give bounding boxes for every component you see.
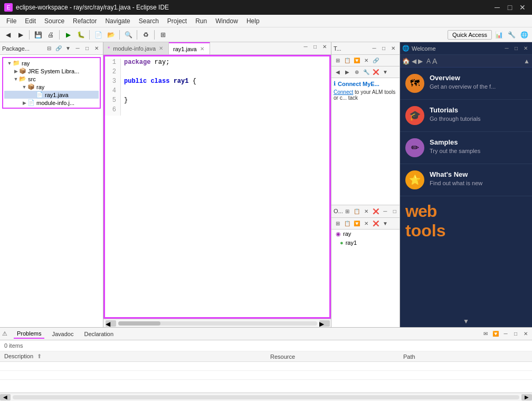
bottom-new-msg-icon[interactable]: ✉ [481,330,490,338]
tree-item-jre[interactable]: ▶ 📦 JRE System Libra... [4,67,99,75]
toolbar-run[interactable]: ▶ [62,29,74,41]
welcome-scroll-up[interactable]: ▲ [524,58,530,65]
toolbar-perspectives-3[interactable]: 🌐 [518,29,530,41]
task-icon-6[interactable]: ◀ [334,68,342,77]
welcome-item-overview[interactable]: 🗺 Overview Get an overview of the f... [400,68,532,100]
task-icon-3[interactable]: 🔽 [353,56,361,65]
bottom-scroll-track[interactable] [13,395,519,399]
outline-icon-6[interactable]: □ [391,207,399,215]
welcome-item-whatsnew[interactable]: ⭐ What's New Find out what is new [400,164,532,196]
menu-navigate[interactable]: Navigate [101,16,134,26]
maximize-button[interactable]: □ [505,2,515,13]
bottom-horizontal-scroll[interactable]: ◀ ▶ [0,393,532,401]
editor-minimize[interactable]: ─ [301,42,310,51]
task-icon-8[interactable]: ⊕ [353,68,361,77]
h-scroll-thumb[interactable] [118,321,160,326]
menu-run[interactable]: Run [191,16,211,26]
tab-declaration[interactable]: Declaration [81,330,117,338]
welcome-item-samples[interactable]: ✏ Samples Try out the samples [400,132,532,164]
scroll-right-btn[interactable]: ▶ [319,320,330,327]
tree-item-ray-pkg[interactable]: ▼ 📦 ray [4,83,99,91]
tasks-maximize[interactable]: □ [379,44,388,53]
tree-item-ray1-java[interactable]: 📄 ray1.java [4,91,99,99]
toolbar-search[interactable]: 🔍 [122,29,134,41]
close-panel-icon[interactable]: ✕ [92,44,101,53]
welcome-maximize[interactable]: □ [512,44,520,53]
bottom-maximize[interactable]: □ [511,330,520,338]
welcome-text-larger-icon[interactable]: A [432,57,437,65]
outline-icon-4[interactable]: ❌ [372,207,380,215]
welcome-minimize[interactable]: ─ [502,44,511,53]
welcome-close[interactable]: ✕ [521,44,530,53]
toolbar-perspectives-2[interactable]: 🔧 [506,29,517,41]
expand-src-icon[interactable]: ▼ [13,77,19,82]
outline-icon-1[interactable]: ⊞ [343,207,352,215]
editor-maximize[interactable]: □ [311,42,319,51]
link-with-editor-icon[interactable]: 🔗 [54,44,63,53]
menu-edit[interactable]: Edit [21,16,40,26]
bottom-close[interactable]: ✕ [521,330,530,338]
outline-item-ray1[interactable]: ● ray1 [331,238,400,247]
bottom-minimize[interactable]: ─ [501,330,510,338]
editor-close[interactable]: ✕ [320,42,329,51]
welcome-text-smaller-icon[interactable]: A [426,58,431,65]
expand-ray-pkg-icon[interactable]: ▼ [21,84,27,90]
bottom-scroll-left[interactable]: ◀ [0,394,11,400]
menu-search[interactable]: Search [135,16,163,26]
task-icon-9[interactable]: 🔧 [362,68,370,77]
toolbar-open[interactable]: 📂 [105,29,117,41]
tree-item-module-info[interactable]: ▶ 📄 module-info.j... [4,99,99,107]
outline-icon-2[interactable]: 📋 [353,207,361,215]
tab-module-info[interactable]: * module-info.java ✕ [103,42,169,54]
minimize-panel-icon[interactable]: ─ [73,44,82,53]
minimize-button[interactable]: ─ [492,2,502,13]
welcome-forward-icon[interactable]: ▶ [418,58,423,65]
col-description[interactable]: Description ⬆ [0,351,266,362]
tab-javadoc[interactable]: Javadoc [49,330,77,338]
outline-item-ray[interactable]: ◉ ray [331,230,400,238]
collapse-all-icon[interactable]: ⊟ [45,44,53,53]
bottom-scroll-right[interactable]: ▶ [521,394,532,400]
outline-t-3[interactable]: 🔽 [353,219,361,227]
outline-icon-5[interactable]: ─ [381,207,390,215]
tree-item-ray-root[interactable]: ▼ 📁 ray [4,59,99,67]
connect-link[interactable]: Connect [334,89,353,95]
outline-t-6[interactable]: ▼ [381,219,390,227]
quick-access-button[interactable]: Quick Access [448,30,492,40]
close-button[interactable]: ✕ [517,2,528,13]
expand-ray-icon[interactable]: ▼ [6,61,13,66]
menu-help[interactable]: Help [242,16,264,26]
menu-window[interactable]: Window [211,16,242,26]
tree-item-src[interactable]: ▼ 📂 src [4,75,99,83]
outline-t-1[interactable]: ⊞ [334,219,342,227]
toolbar-back[interactable]: ◀ [2,29,14,41]
welcome-scroll-down[interactable]: ▼ [400,316,532,327]
welcome-back-icon[interactable]: ◀ [412,58,416,65]
toolbar-perspective[interactable]: ⊞ [157,29,169,41]
task-icon-5[interactable]: 🔗 [372,56,380,65]
view-menu-icon[interactable]: ▼ [64,44,72,53]
toolbar-debug[interactable]: 🐛 [75,29,87,41]
toolbar-print[interactable]: 🖨 [45,29,56,41]
task-icon-11[interactable]: ▼ [381,68,390,77]
outline-t-4[interactable]: ✕ [362,219,370,227]
tab-problems[interactable]: Problems [14,329,44,339]
scroll-left-btn[interactable]: ◀ [106,320,116,327]
bottom-filter-icon[interactable]: 🔽 [491,330,500,338]
toolbar-new[interactable]: 📄 [92,29,104,41]
close-module-info-tab[interactable]: ✕ [158,45,164,52]
toolbar-save[interactable]: 💾 [32,29,44,41]
toolbar-refactor[interactable]: ♻ [140,29,151,41]
task-icon-1[interactable]: ⊞ [334,56,342,65]
close-ray1-tab[interactable]: ✕ [199,46,205,52]
menu-source[interactable]: Source [40,16,69,26]
menu-refactor[interactable]: Refactor [69,16,101,26]
welcome-item-tutorials[interactable]: 🎓 Tutorials Go through tutorials [400,100,532,132]
outline-icon-3[interactable]: ✕ [362,207,370,215]
task-icon-7[interactable]: ▶ [343,68,352,77]
toolbar-perspectives-1[interactable]: 📊 [493,29,505,41]
task-icon-2[interactable]: 📋 [343,56,352,65]
outline-t-2[interactable]: 📋 [343,219,352,227]
welcome-home-icon[interactable]: 🏠 [402,58,410,65]
code-editor[interactable]: 1 package ray; 2 3 public class ray1 { 4… [103,55,331,319]
